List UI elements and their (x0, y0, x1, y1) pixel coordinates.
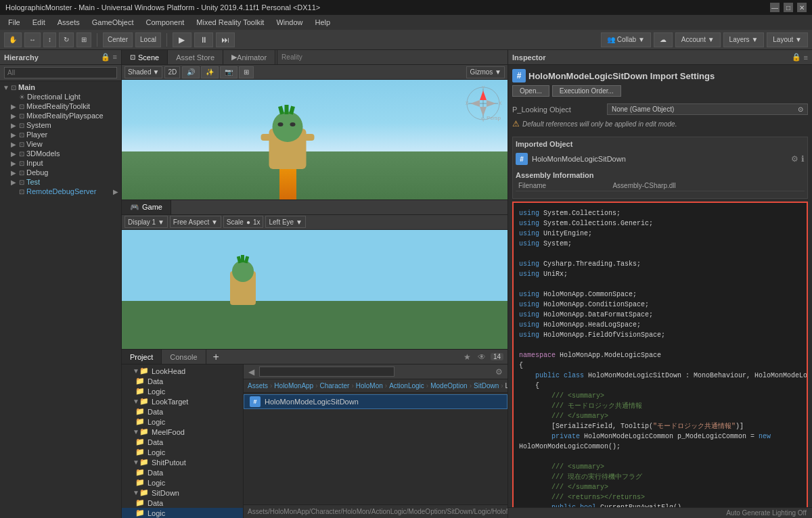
proj-item-lookhead-logic[interactable]: 📁 Logic (122, 386, 243, 396)
tab-project[interactable]: Project (122, 350, 162, 364)
hierarchy-item-view[interactable]: ▶ ⊡ View (0, 139, 121, 149)
proj-item-shitputout[interactable]: ▼ 📁 ShitPutout (122, 457, 243, 467)
layers-button[interactable]: Layers ▼ (723, 32, 765, 47)
collab-button[interactable]: 👥 Collab ▼ (601, 32, 651, 47)
shaded-dropdown[interactable]: Shaded ▼ (125, 66, 162, 78)
menu-gameobject[interactable]: GameObject (87, 17, 139, 28)
hierarchy-item-system[interactable]: ▶ ⊡ System (0, 120, 121, 130)
hierarchy-item-remotedbg[interactable]: ⊡ RemoteDebugServer ▶ (0, 187, 121, 196)
info-icon-1[interactable]: ℹ (801, 154, 805, 164)
twod-button[interactable]: 2D (164, 66, 180, 78)
hierarchy-item-main[interactable]: ▼ ⊡ Main (0, 83, 121, 92)
minimize-button[interactable]: — (770, 3, 780, 12)
tab-scene[interactable]: ⊡ Scene (122, 50, 168, 64)
proj-item-lookhead-data[interactable]: 📁 Data (122, 376, 243, 386)
asset-search-input[interactable] (259, 367, 394, 377)
proj-item-sitdown-logic[interactable]: 📁 Logic (122, 508, 243, 518)
gizmos-dropdown[interactable]: Gizmos ▼ (466, 66, 505, 78)
asset-back-button[interactable]: ◀ (246, 367, 256, 377)
bc-actionlogic[interactable]: ActionLogic (389, 382, 424, 390)
proj-item-meelfood[interactable]: ▼ 📁 MeelFood (122, 427, 243, 437)
aspect-dropdown[interactable]: Free Aspect ▼ (170, 216, 221, 228)
proj-item-meelfood-data[interactable]: 📁 Data (122, 437, 243, 447)
center-button[interactable]: Center (103, 32, 133, 47)
tab-asset-store[interactable]: Asset Store (168, 50, 223, 64)
step-button[interactable]: ⏭ (216, 32, 235, 47)
hierarchy-item-mrps[interactable]: ▶ ⊡ MixedRealityPlayspace (0, 111, 121, 120)
eye-dropdown[interactable]: Left Eye ▼ (265, 216, 305, 228)
grid-btn[interactable]: ⊞ (239, 66, 254, 78)
bc-sitdown[interactable]: SitDown (474, 382, 499, 390)
hierarchy-item-3dmodels[interactable]: ▶ ⊡ 3DModels (0, 149, 121, 158)
menu-edit[interactable]: Edit (27, 17, 51, 28)
transform-rotate-button[interactable]: ↕ (43, 32, 56, 47)
open-button[interactable]: Open... (512, 85, 549, 97)
proj-item-sitdown-data[interactable]: 📁 Data (122, 498, 243, 508)
local-button[interactable]: Local (135, 32, 161, 47)
tab-game[interactable]: 🎮 Game (122, 200, 171, 214)
window-controls[interactable]: — □ ✕ (770, 3, 807, 12)
transform-move-button[interactable]: ↔ (24, 32, 41, 47)
hierarchy-item-player[interactable]: ▶ ⊡ Player (0, 130, 121, 139)
proj-item-looktarget-data[interactable]: 📁 Data (122, 406, 243, 417)
hierarchy-item-directionallight[interactable]: ☀ Directional Light (0, 92, 121, 101)
scene-camera-btn[interactable]: 📷 (220, 66, 238, 78)
menu-component[interactable]: Component (140, 17, 189, 28)
proj-item-looktarget[interactable]: ▼ 📁 LookTarget (122, 396, 243, 406)
hierarchy-expand-arrow[interactable]: ▶ (113, 188, 118, 195)
tab-animator[interactable]: ▶ Animator (223, 50, 275, 64)
bc-character[interactable]: Character (320, 382, 350, 390)
spike-2 (285, 105, 289, 114)
hierarchy-menu-icon[interactable]: ≡ (113, 53, 117, 62)
hierarchy-item-test[interactable]: ▶ ⊡ Test (0, 177, 121, 187)
hierarchy-item-mrtk[interactable]: ▶ ⊡ MixedRealityToolkit (0, 101, 121, 111)
tab-console[interactable]: Console (162, 350, 206, 364)
menu-window[interactable]: Window (271, 17, 308, 28)
add-button[interactable]: + (210, 351, 222, 363)
menu-file[interactable]: File (3, 17, 26, 28)
proj-item-lookhead[interactable]: ▼ 📁 LookHead (122, 366, 243, 376)
obj-icon-mrtk: ⊡ (19, 103, 24, 110)
menu-mrtk[interactable]: Mixed Reality Toolkit (191, 17, 269, 28)
maximize-button[interactable]: □ (784, 3, 793, 12)
menu-assets[interactable]: Assets (52, 17, 85, 28)
none-game-object-dropdown[interactable]: None (Game Object) ⊙ (607, 103, 808, 115)
account-button[interactable]: Account ▼ (675, 32, 721, 47)
hierarchy-item-debug[interactable]: ▶ ⊡ Debug (0, 168, 121, 177)
proj-item-meelfood-logic[interactable]: 📁 Logic (122, 447, 243, 457)
hierarchy-search-input[interactable] (4, 67, 117, 78)
menu-help[interactable]: Help (310, 17, 336, 28)
proj-item-looktarget-logic[interactable]: 📁 Logic (122, 417, 243, 427)
bc-holoapp[interactable]: HoloMonApp (274, 382, 313, 390)
inspector-lock-icon[interactable]: 🔒 (792, 53, 801, 62)
asset-filter-btn[interactable]: ⚙ (493, 367, 505, 377)
play-button[interactable]: ▶ (173, 32, 191, 47)
transform-rect-button[interactable]: ⊞ (76, 32, 91, 47)
reality-tab[interactable]: Reality (277, 50, 307, 64)
star-filter[interactable]: ★ (461, 352, 473, 362)
effects-toggle[interactable]: ✨ (201, 66, 219, 78)
proj-item-shitputout-logic[interactable]: 📁 Logic (122, 477, 243, 488)
audio-toggle[interactable]: 🔊 (182, 66, 200, 78)
bc-assets[interactable]: Assets (248, 382, 268, 390)
bc-holomon[interactable]: HoloMon (356, 382, 383, 390)
proj-item-shitputout-data[interactable]: 📁 Data (122, 467, 243, 477)
pause-button[interactable]: ⏸ (194, 32, 213, 47)
transform-hand-button[interactable]: ✋ (4, 32, 22, 47)
hierarchy-lock-icon[interactable]: 🔒 (101, 53, 110, 62)
execution-order-button[interactable]: Execution Order... (552, 85, 621, 97)
hierarchy-item-input[interactable]: ▶ ⊡ Input (0, 158, 121, 168)
transform-scale-button[interactable]: ↻ (59, 32, 74, 47)
eye-filter[interactable]: 👁 (476, 352, 488, 362)
gear-icon-1[interactable]: ⚙ (791, 154, 798, 164)
scale-control[interactable]: Scale ● 1x (223, 216, 264, 228)
cloud-button[interactable]: ☁ (654, 32, 673, 47)
inspector-menu-icon[interactable]: ≡ (804, 53, 808, 62)
code-view[interactable]: using System.Collections; using System.C… (512, 202, 808, 507)
layout-button[interactable]: Layout ▼ (767, 32, 808, 47)
bc-modeoption[interactable]: ModeOption (430, 382, 467, 390)
asset-item-script[interactable]: # HoloMonModeLogicSitDown (244, 394, 508, 409)
close-button[interactable]: ✕ (797, 3, 807, 12)
display-dropdown[interactable]: Display 1 ▼ (125, 216, 168, 228)
proj-item-sitdown[interactable]: ▼ 📁 SitDown (122, 488, 243, 498)
